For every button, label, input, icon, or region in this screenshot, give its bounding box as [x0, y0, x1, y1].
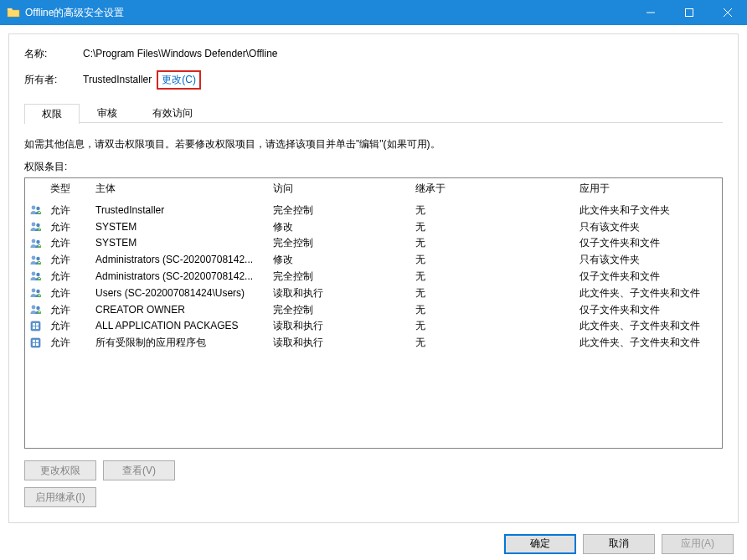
- acl-body: 允许TrustedInstaller完全控制无此文件夹和子文件夹允许SYSTEM…: [25, 202, 722, 351]
- package-icon: [25, 337, 47, 350]
- users-icon: [25, 203, 47, 217]
- acl-cell-inherit: 无: [415, 286, 580, 301]
- acl-cell-type: 允许: [47, 319, 95, 333]
- svg-rect-1: [686, 9, 693, 17]
- acl-cell-inherit: 无: [415, 203, 580, 218]
- acl-row[interactable]: 允许SYSTEM修改无只有该文件夹: [25, 218, 722, 235]
- acl-list: 类型 主体 访问 继承于 应用于 允许TrustedInstaller完全控制无…: [24, 177, 723, 449]
- col-principal-header[interactable]: 主体: [95, 182, 273, 196]
- owner-label: 所有者:: [24, 72, 83, 88]
- apply-button[interactable]: 应用(A): [662, 534, 734, 554]
- acl-cell-applies: 仅子文件夹和文件: [580, 270, 722, 284]
- acl-cell-inherit: 无: [415, 220, 580, 234]
- tab-auditing-label: 审核: [97, 106, 117, 121]
- acl-row[interactable]: 允许Administrators (SC-20200708142...修改无只有…: [25, 252, 722, 269]
- change-permissions-button[interactable]: 更改权限: [24, 460, 96, 480]
- tab-auditing[interactable]: 审核: [80, 103, 135, 123]
- col-applies-header[interactable]: 应用于: [580, 182, 722, 196]
- acl-cell-principal: Administrators (SC-20200708142...: [95, 270, 273, 284]
- acl-cell-access: 完全控制: [273, 303, 415, 317]
- view-button-label: 查看(V): [122, 464, 156, 478]
- tab-permissions-label: 权限: [42, 107, 62, 121]
- main-panel: 名称: C:\Program Files\Windows Defender\Of…: [8, 33, 739, 523]
- panel-button-row-2: 启用继承(I): [24, 487, 723, 507]
- content-area: 名称: C:\Program Files\Windows Defender\Of…: [0, 25, 747, 527]
- acl-row[interactable]: 允许Administrators (SC-20200708142...完全控制无…: [25, 269, 722, 285]
- col-access-header[interactable]: 访问: [273, 182, 415, 196]
- acl-cell-type: 允许: [47, 303, 95, 317]
- acl-cell-access: 修改: [273, 220, 415, 234]
- maximize-button[interactable]: [670, 0, 708, 25]
- acl-cell-access: 完全控制: [273, 203, 415, 218]
- acl-cell-applies: 此文件夹、子文件夹和文件: [580, 319, 722, 333]
- window-controls: [631, 0, 747, 25]
- acl-cell-inherit: 无: [415, 336, 580, 350]
- cancel-button[interactable]: 取消: [583, 534, 655, 554]
- acl-cell-principal: ALL APPLICATION PACKAGES: [95, 319, 273, 333]
- svg-rect-0: [8, 8, 12, 10]
- change-owner-link[interactable]: 更改(C): [157, 70, 201, 90]
- view-button[interactable]: 查看(V): [103, 460, 175, 480]
- acl-cell-principal: Administrators (SC-20200708142...: [95, 253, 273, 267]
- users-icon: [25, 303, 47, 316]
- acl-cell-applies: 此文件夹、子文件夹和文件: [580, 336, 722, 350]
- acl-cell-access: 读取和执行: [273, 319, 415, 333]
- acl-row[interactable]: 允许CREATOR OWNER完全控制无仅子文件夹和文件: [25, 301, 722, 318]
- acl-cell-principal: TrustedInstaller: [95, 203, 273, 218]
- acl-header: 类型 主体 访问 继承于 应用于: [25, 178, 722, 202]
- acl-cell-type: 允许: [47, 270, 95, 284]
- acl-row[interactable]: 允许Users (SC-202007081424\Users)读取和执行无此文件…: [25, 285, 722, 301]
- acl-row[interactable]: 允许所有受限制的应用程序包读取和执行无此文件夹、子文件夹和文件: [25, 335, 722, 352]
- owner-value: TrustedInstaller: [83, 72, 152, 88]
- users-icon: [25, 254, 47, 267]
- col-type-header[interactable]: 类型: [47, 182, 95, 196]
- name-row: 名称: C:\Program Files\Windows Defender\Of…: [24, 46, 723, 62]
- window-title: Offline的高级安全设置: [25, 6, 631, 20]
- ok-button-label: 确定: [530, 537, 550, 551]
- tab-permissions[interactable]: 权限: [24, 104, 80, 124]
- acl-cell-inherit: 无: [415, 303, 580, 317]
- titlebar: Offline的高级安全设置: [0, 0, 747, 25]
- users-icon: [25, 237, 47, 250]
- acl-cell-access: 读取和执行: [273, 286, 415, 301]
- acl-cell-principal: Users (SC-202007081424\Users): [95, 286, 273, 301]
- acl-cell-type: 允许: [47, 203, 95, 218]
- name-label: 名称:: [24, 46, 83, 62]
- acl-cell-access: 完全控制: [273, 236, 415, 250]
- ok-button[interactable]: 确定: [504, 534, 576, 554]
- users-icon: [25, 270, 47, 283]
- acl-cell-type: 允许: [47, 253, 95, 267]
- acl-row[interactable]: 允许ALL APPLICATION PACKAGES读取和执行无此文件夹、子文件…: [25, 318, 722, 335]
- acl-cell-access: 读取和执行: [273, 336, 415, 350]
- col-inherit-header[interactable]: 继承于: [415, 182, 580, 196]
- acl-cell-principal: SYSTEM: [95, 220, 273, 234]
- acl-cell-applies: 此文件夹、子文件夹和文件: [580, 286, 722, 301]
- tab-effective[interactable]: 有效访问: [135, 103, 210, 123]
- acl-cell-type: 允许: [47, 286, 95, 301]
- acl-cell-applies: 此文件夹和子文件夹: [580, 203, 722, 218]
- acl-cell-inherit: 无: [415, 319, 580, 333]
- acl-cell-type: 允许: [47, 220, 95, 234]
- folder-icon: [7, 6, 20, 19]
- apply-button-label: 应用(A): [681, 537, 714, 551]
- acl-cell-access: 完全控制: [273, 270, 415, 284]
- acl-cell-inherit: 无: [415, 270, 580, 284]
- cancel-button-label: 取消: [609, 537, 629, 551]
- acl-cell-applies: 只有该文件夹: [580, 253, 722, 267]
- acl-cell-access: 修改: [273, 253, 415, 267]
- acl-row[interactable]: 允许TrustedInstaller完全控制无此文件夹和子文件夹: [25, 202, 722, 218]
- acl-cell-principal: 所有受限制的应用程序包: [95, 336, 273, 350]
- name-value: C:\Program Files\Windows Defender\Offlin…: [83, 46, 278, 62]
- users-icon: [25, 286, 47, 300]
- hint-text: 如需其他信息，请双击权限项目。若要修改权限项目，请选择该项目并单击"编辑"(如果…: [24, 136, 723, 152]
- tab-effective-label: 有效访问: [152, 106, 193, 121]
- close-button[interactable]: [708, 0, 747, 25]
- acl-cell-principal: CREATOR OWNER: [95, 303, 273, 317]
- acl-cell-applies: 仅子文件夹和文件: [580, 303, 722, 317]
- minimize-button[interactable]: [631, 0, 670, 25]
- acl-cell-applies: 仅子文件夹和文件: [580, 236, 722, 250]
- package-icon: [25, 320, 47, 333]
- enable-inheritance-label: 启用继承(I): [35, 491, 85, 505]
- acl-row[interactable]: 允许SYSTEM完全控制无仅子文件夹和文件: [25, 235, 722, 252]
- enable-inheritance-button[interactable]: 启用继承(I): [24, 487, 96, 507]
